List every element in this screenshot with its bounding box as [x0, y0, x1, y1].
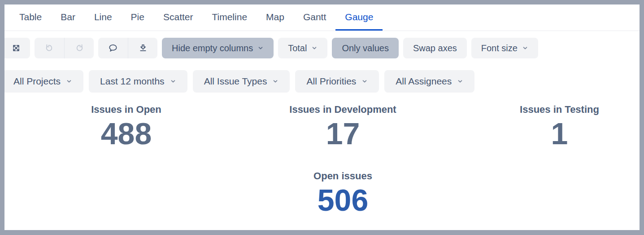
tab-table[interactable]: Table: [10, 4, 51, 31]
tab-pie[interactable]: Pie: [122, 4, 154, 31]
chevron-down-icon: [457, 78, 463, 84]
filter-label: All Issue Types: [204, 76, 267, 87]
filter-label: All Projects: [13, 76, 61, 87]
expand-arrows-icon: [11, 43, 21, 53]
gauge-value: 17: [235, 117, 451, 150]
gauge-label: Issues in Testing: [451, 103, 640, 116]
button-label: Swap axes: [413, 43, 457, 53]
fullscreen-button[interactable]: [4, 38, 30, 58]
filter-label: All Assignees: [396, 76, 452, 87]
total-button[interactable]: Total: [278, 38, 327, 58]
filter-label: All Priorities: [306, 76, 356, 87]
chevron-down-icon: [170, 78, 176, 84]
chevron-down-icon: [272, 78, 278, 84]
chevron-down-icon: [311, 45, 318, 51]
gauge-label: Issues in Development: [235, 103, 451, 116]
filter-row: All Projects Last 12 months All Issue Ty…: [4, 70, 640, 93]
priorities-filter[interactable]: All Priorities: [295, 70, 379, 93]
tab-bar[interactable]: Bar: [51, 4, 85, 31]
speech-bubble-icon: [108, 43, 118, 53]
tab-scatter[interactable]: Scatter: [154, 4, 203, 31]
gauge-row-2: Open issues 506: [18, 170, 640, 217]
toolbar: Hide empty columns Total Only values Swa…: [4, 38, 640, 58]
toolbar-group-share: [98, 38, 157, 58]
gauge-report: Issues in Open 488 Issues in Development…: [18, 103, 640, 217]
button-label: Hide empty columns: [172, 43, 253, 53]
gauge-value: 1: [451, 117, 640, 150]
issue-types-filter[interactable]: All Issue Types: [193, 70, 290, 93]
gauge-issues-in-open: Issues in Open 488: [18, 103, 235, 150]
only-values-button[interactable]: Only values: [332, 38, 399, 58]
redo-arrow-icon: [74, 43, 84, 53]
gauge-value: 506: [18, 183, 640, 217]
gauge-row-1: Issues in Open 488 Issues in Development…: [18, 103, 640, 150]
chevron-down-icon: [361, 78, 368, 84]
time-filter[interactable]: Last 12 months: [89, 70, 187, 93]
tab-line[interactable]: Line: [85, 4, 122, 31]
hide-empty-columns-button[interactable]: Hide empty columns: [162, 38, 274, 58]
toolbar-group-history: [35, 38, 94, 58]
gauge-issues-in-testing: Issues in Testing 1: [451, 103, 640, 150]
filter-label: Last 12 months: [100, 76, 165, 87]
chart-type-tabbar: Table Bar Line Pie Scatter Timeline Map …: [4, 4, 640, 31]
screenshot-frame: Table Bar Line Pie Scatter Timeline Map …: [0, 0, 644, 235]
projects-filter[interactable]: All Projects: [4, 70, 83, 93]
redo-button[interactable]: [64, 38, 94, 58]
gauge-issues-in-development: Issues in Development 17: [235, 103, 451, 150]
app-content: Table Bar Line Pie Scatter Timeline Map …: [4, 4, 640, 230]
tab-gantt[interactable]: Gantt: [294, 4, 335, 31]
gauge-label: Issues in Open: [18, 103, 235, 116]
assignees-filter[interactable]: All Assignees: [384, 70, 474, 93]
gauge-open-issues: Open issues 506: [18, 170, 640, 217]
download-arrow-icon: [138, 43, 148, 53]
chevron-down-icon: [257, 45, 264, 51]
swap-axes-button[interactable]: Swap axes: [403, 38, 467, 58]
tab-gauge[interactable]: Gauge: [335, 4, 383, 31]
font-size-button[interactable]: Font size: [471, 38, 538, 58]
tab-timeline[interactable]: Timeline: [202, 4, 257, 31]
button-label: Total: [288, 43, 307, 53]
button-label: Font size: [481, 43, 518, 53]
chevron-down-icon: [522, 45, 528, 51]
gauge-label: Open issues: [18, 170, 640, 182]
undo-button[interactable]: [35, 38, 64, 58]
comment-button[interactable]: [98, 38, 128, 58]
toolbar-group-fullscreen: [4, 38, 30, 58]
undo-arrow-icon: [44, 43, 54, 53]
chevron-down-icon: [66, 78, 72, 84]
download-button[interactable]: [128, 38, 157, 58]
button-label: Only values: [342, 43, 389, 53]
gauge-value: 488: [18, 117, 235, 150]
tab-map[interactable]: Map: [257, 4, 294, 31]
